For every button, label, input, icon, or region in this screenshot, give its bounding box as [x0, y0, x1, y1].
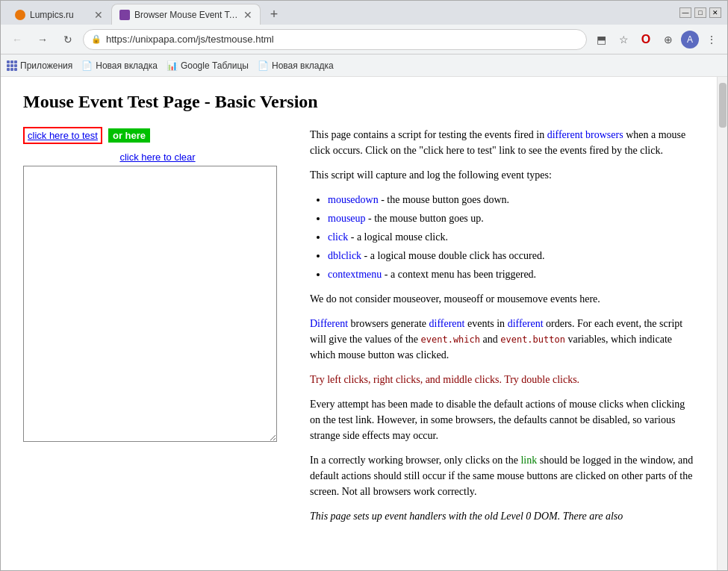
right-panel: This page contains a script for testing … — [310, 127, 694, 533]
event-list: mousedown - the mouse button goes down. … — [328, 192, 694, 282]
clear-link[interactable]: click here to clear — [23, 152, 292, 163]
desc-8: This page sets up event handlers with th… — [310, 508, 694, 524]
tab-favicon-lumpics — [15, 10, 25, 20]
extensions-button[interactable]: ⊕ — [659, 30, 678, 49]
bookmark-sheets-label: Google Таблицы — [181, 60, 249, 71]
desc-3: We do not consider mouseover, mouseoff o… — [310, 291, 694, 307]
tab-lumpics[interactable]: Lumpics.ru ✕ — [7, 4, 111, 25]
event-item-mouseup: mouseup - the mouse button goes up. — [328, 210, 694, 226]
apps-icon — [7, 60, 17, 71]
left-panel: click here to test or here click here to… — [23, 127, 292, 533]
back-button[interactable]: ← — [7, 29, 28, 50]
user-avatar[interactable]: A — [681, 31, 699, 49]
log-area[interactable] — [23, 166, 277, 442]
page-icon-1: 📄 — [81, 60, 93, 71]
page-area: Mouse Event Test Page - Basic Version cl… — [1, 77, 727, 570]
tab-title-lumpics: Lumpics.ru — [30, 10, 90, 20]
opera-icon[interactable]: O — [636, 30, 656, 49]
desc-2: This script will capture and log the fol… — [310, 167, 694, 183]
bookmark-apps[interactable]: Приложения — [7, 60, 72, 71]
test-links: click here to test or here — [23, 127, 292, 144]
tab-testmouse[interactable]: Browser Mouse Event Test Page ✕ — [111, 4, 261, 25]
bookmark-newtab-1[interactable]: 📄 Новая вкладка — [81, 60, 158, 71]
content-layout: click here to test or here click here to… — [23, 127, 694, 533]
nav-bar: ← → ↻ 🔒 https://unixpapa.com/js/testmous… — [1, 25, 727, 54]
bookmarks-bar: Приложения 📄 Новая вкладка 📊 Google Табл… — [1, 54, 727, 77]
tab-close-testmouse[interactable]: ✕ — [243, 9, 252, 21]
tab-close-lumpics[interactable]: ✕ — [94, 9, 103, 21]
menu-button[interactable]: ⋮ — [702, 30, 721, 49]
bookmark-sheets[interactable]: 📊 Google Таблицы — [167, 60, 249, 71]
desc-5: Try left clicks, right clicks, and middl… — [310, 372, 694, 387]
title-bar: Lumpics.ru ✕ Browser Mouse Event Test Pa… — [1, 1, 727, 25]
desc-1: This page contains a script for testing … — [310, 127, 694, 158]
browser-frame: Lumpics.ru ✕ Browser Mouse Event Test Pa… — [0, 0, 728, 571]
nav-icons: ⬒ ☆ O ⊕ A ⋮ — [591, 30, 721, 49]
scrollbar-thumb[interactable] — [719, 83, 727, 128]
minimize-button[interactable]: — — [679, 7, 691, 18]
click-here-to-test-link[interactable]: click here to test — [23, 127, 102, 144]
maximize-button[interactable]: □ — [694, 7, 706, 18]
bookmark-newtab-1-label: Новая вкладка — [96, 60, 158, 71]
desc-7: In a correctly working browser, only cli… — [310, 452, 694, 499]
reload-button[interactable]: ↻ — [57, 29, 78, 50]
scrollbar[interactable] — [717, 77, 727, 570]
or-here-link[interactable]: or here — [108, 128, 150, 143]
event-item-mousedown: mousedown - the mouse button goes down. — [328, 192, 694, 208]
page-title: Mouse Event Test Page - Basic Version — [23, 92, 694, 112]
address-text: https://unixpapa.com/js/testmouse.html — [106, 34, 579, 45]
forward-button[interactable]: → — [32, 29, 53, 50]
tab-favicon-testmouse — [119, 10, 130, 20]
bookmark-apps-label: Приложения — [20, 60, 72, 71]
desc-6: Every attempt has been made to disable t… — [310, 396, 694, 443]
desc-4: Different browsers generate different ev… — [310, 316, 694, 363]
bookmark-newtab-2[interactable]: 📄 Новая вкладка — [258, 60, 334, 71]
lock-icon: 🔒 — [91, 34, 102, 44]
tab-title-testmouse: Browser Mouse Event Test Page — [134, 10, 239, 20]
page-content: Mouse Event Test Page - Basic Version cl… — [1, 77, 717, 570]
new-tab-button[interactable]: + — [264, 4, 284, 25]
close-button[interactable]: ✕ — [709, 7, 721, 18]
sheets-icon: 📊 — [167, 60, 178, 71]
event-item-contextmenu: contextmenu - a context menu has been tr… — [328, 266, 694, 282]
bookmark-star[interactable]: ☆ — [614, 30, 633, 49]
bookmark-newtab-2-label: Новая вкладка — [272, 60, 334, 71]
event-item-click: click - a logical mouse click. — [328, 229, 694, 245]
address-bar[interactable]: 🔒 https://unixpapa.com/js/testmouse.html — [83, 29, 587, 50]
diff-browsers-span: different browsers — [547, 129, 623, 140]
page-icon-2: 📄 — [258, 60, 269, 71]
window-controls: — □ ✕ — [679, 7, 721, 18]
cast-button[interactable]: ⬒ — [591, 30, 611, 49]
tab-strip: Lumpics.ru ✕ Browser Mouse Event Test Pa… — [7, 1, 673, 25]
event-item-dblclick: dblclick - a logical mouse double click … — [328, 248, 694, 263]
